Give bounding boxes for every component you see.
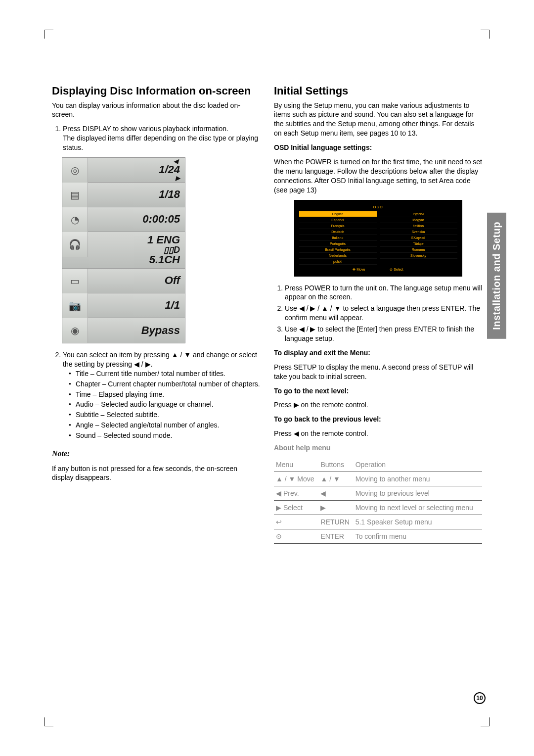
bullet-sound: Sound – Selected sound mode. [69,431,260,440]
help-r3c3: Moving to next level or selecting menu [354,500,482,515]
lang-item: Ελληνικά [380,235,457,241]
step2-lead: You can select an item by pressing ▲ / ▼… [63,351,257,368]
help-row: ▲ / ▼ Move ▲ / ▼ Moving to another menu [274,472,482,486]
sound-icon: ◉ [62,318,88,343]
lang-item: Brasil Português [299,247,377,253]
osd-row-angle: 📷 1/1 [62,293,185,318]
osd-row-sound: ◉ Bypass [62,318,185,343]
bullet-chapter: Chapter – Current chapter number/total n… [69,379,260,389]
osd-subtitle-value: Off [88,269,185,293]
crop-mark [481,30,490,39]
help-r4c1: ↩ [274,515,318,529]
rstep3: Use ◀ / ▶ to select the [Enter] then pre… [285,325,482,343]
help-row: ↩ RETURN 5.1 Speaker Setup menu [274,515,482,529]
step1-line2: The displayed items differ depending on … [63,134,258,151]
help-r2c2: ◀ [318,486,353,500]
lang-item: Svenska [380,229,457,235]
headphones-icon: 🎧 [62,232,88,257]
osd-disc-info: ◎ ◀1/24▶ ▤ 1/18 ◔ 0:00:05 🎧 1 ENG ▯▯D 5.… [62,157,185,343]
lang-item: Türkçe [380,241,457,247]
note-head: Note: [52,448,260,459]
osd-sound-value: Bypass [88,318,185,343]
help-table: Menu Buttons Operation ▲ / ▼ Move ▲ / ▼ … [274,458,482,544]
about-help-head: About help menu [274,444,330,452]
intro-left: You can display various information abou… [52,101,260,120]
osd-chapter-value: 1/18 [88,183,185,207]
lang-item: čeština [380,223,457,229]
bullet-subtitle: Subtitle – Selected subtitle. [69,410,260,420]
bullet-title: Title – Current title number/ total numb… [69,369,260,378]
osd-lang-body: When the POWER is turned on for the firs… [274,157,482,195]
lang-item: Romana [380,247,457,253]
lang-item: Français [299,223,377,229]
bullet-angle: Angle – Selected angle/total number of a… [69,421,260,430]
prev-level-head: To go back to the previous level: [274,415,381,423]
lang-item: Deutsch [299,229,377,235]
help-header-row: Menu Buttons Operation [274,458,482,472]
osd-audio-lang: 1 ENG [147,235,180,245]
help-r2c3: Moving to previous level [354,486,482,500]
lang-item: English [299,211,377,217]
display-menu-head: To display and exit the Menu: [274,349,370,357]
osd-lang-head: OSD Initial language settings: [274,143,372,151]
lang-foot-select: ⊙ Select [390,268,403,272]
lang-item: Italiano [299,235,377,241]
lang-item: Nederlands [299,253,377,259]
display-menu-body: Press SETUP to display the menu. A secon… [274,363,482,381]
crop-mark [44,717,53,726]
lang-footer: ✥ Move ⊙ Select [299,268,457,272]
osd-row-time: ◔ 0:00:05 [62,207,185,232]
subtitle-icon: ▭ [62,269,88,293]
angle-icon: 📷 [62,293,88,318]
page-number: 10 [474,692,486,704]
rstep2: Use ◀ / ▶ / ▲ / ▼ to select a language t… [285,304,482,323]
osd-title-value: 1/24 [159,164,180,175]
heading-left: Displaying Disc Information on-screen [52,84,260,98]
help-r1c1: ▲ / ▼ Move [274,472,318,486]
help-r1c2: ▲ / ▼ [318,472,353,486]
disc-icon: ◎ [62,158,88,183]
help-row: ◀ Prev. ◀ Moving to previous level [274,486,482,500]
osd-row-audio: 🎧 1 ENG ▯▯D 5.1CH [62,232,185,269]
prev-level-body: Press ◀ on the remote control. [274,429,482,438]
lang-item: Português [299,241,377,247]
help-r5c2: ENTER [318,529,353,543]
osd-row-subtitle: ▭ Off [62,269,185,293]
intro-right: By using the Setup menu, you can make va… [274,101,482,139]
osd-row-title: ◎ ◀1/24▶ [62,158,185,183]
lang-left-col: English Español Français Deutsch Italian… [299,211,377,265]
osd-row-chapter: ▤ 1/18 [62,183,185,207]
lang-item: polski [299,259,377,265]
bullet-list: Title – Current title number/ total numb… [63,369,260,440]
help-r1c3: Moving to another menu [354,472,482,486]
step-1: Press DISPLAY to show various playback i… [63,124,260,152]
help-r5c1: ⊙ [274,529,318,543]
next-level-head: To go to the next level: [274,387,349,395]
help-row: ⊙ ENTER To confirm menu [274,529,482,543]
note-body: If any button is not pressed for a few s… [52,464,260,483]
chapter-icon: ▤ [62,183,88,207]
right-column: Initial Settings By using the Setup menu… [274,84,482,544]
steps-left: Press DISPLAY to show various playback i… [52,124,260,152]
help-row: ▶ Select ▶ Moving to next level or selec… [274,500,482,515]
help-h1: Menu [274,458,318,472]
help-h3: Operation [354,458,482,472]
help-r2c1: ◀ Prev. [274,486,318,500]
step1-line1: Press DISPLAY to show various playback i… [63,125,228,133]
heading-right: Initial Settings [274,84,482,98]
crop-mark [481,717,490,726]
lang-item: Русски [380,211,457,217]
bullet-time: Time – Elapsed playing time. [69,390,260,399]
help-r3c2: ▶ [318,500,353,515]
bullet-audio: Audio – Selected audio language or chann… [69,400,260,409]
help-r4c2: RETURN [318,515,353,529]
left-column: Displaying Disc Information on-screen Yo… [52,84,260,544]
language-osd: OSD English Español Français Deutsch Ita… [294,200,462,277]
lang-right-col: Русски Magyar čeština Svenska Ελληνικά T… [380,211,457,265]
help-r3c1: ▶ Select [274,500,318,515]
osd-angle-value: 1/1 [88,293,185,318]
osd-audio-ch: 5.1CH [149,254,180,265]
page-body: Displaying Disc Information on-screen Yo… [0,0,534,573]
next-level-body: Press ▶ on the remote control. [274,400,482,410]
lang-item: Magyar [380,217,457,223]
